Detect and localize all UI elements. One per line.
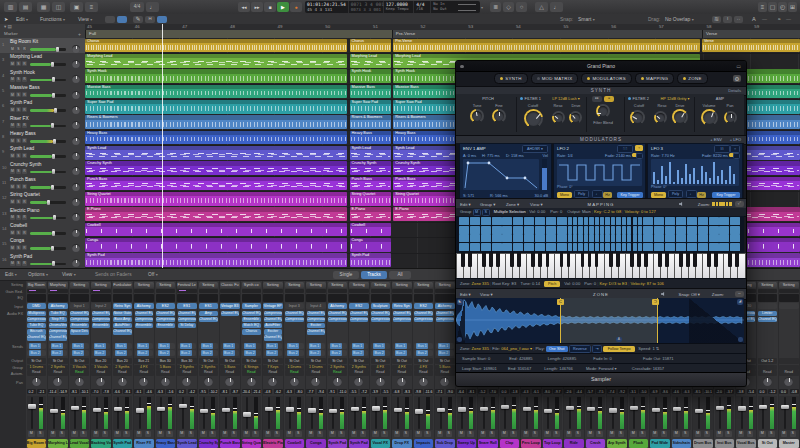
region[interactable]: Risers & Boomers — [350, 115, 391, 129]
strip-name-label[interactable]: Cowbell — [285, 439, 305, 448]
follow-tempo-button[interactable]: Follow Tempo — [603, 346, 635, 352]
zone-cell[interactable] — [584, 217, 588, 225]
anchor-handle[interactable]: A — [616, 337, 622, 342]
add-marker-icon[interactable]: + — [78, 31, 81, 37]
lfo3-phase[interactable]: Phase: 0° — [651, 185, 667, 189]
zone-cell[interactable] — [578, 234, 582, 242]
mute-button[interactable]: M — [10, 46, 15, 51]
send-slot[interactable]: Bus 1 — [113, 343, 132, 349]
group-slot[interactable]: 4 FX — [392, 365, 412, 370]
strip-solo-button[interactable]: S — [295, 431, 302, 437]
fx-slot[interactable]: Compressor — [328, 317, 347, 323]
strip-solo-button[interactable]: S — [317, 431, 324, 437]
strip-mute-button[interactable]: M — [630, 431, 637, 437]
lfo3-beat-icon[interactable]: ♩ — [686, 190, 697, 198]
strip-name-label[interactable]: String Quartet — [242, 439, 262, 448]
lfo2-wave-icon[interactable]: ⎍⎍ — [617, 145, 633, 153]
zone-edit-menu[interactable]: Edit ▾ — [460, 292, 471, 297]
zone-cell[interactable] — [492, 217, 502, 225]
fader-cap[interactable] — [501, 405, 509, 409]
output-slot[interactable]: St Out — [242, 358, 262, 364]
strip-name-label[interactable]: Conga — [306, 439, 326, 448]
eq-thumbnail[interactable] — [134, 294, 154, 302]
mute-button[interactable]: M — [10, 123, 15, 128]
send-slot[interactable]: Bus 1 — [156, 343, 175, 349]
note-pads-icon[interactable]: ♩ — [146, 2, 159, 12]
output-slot[interactable]: Bus 20 — [91, 358, 111, 364]
fade-in-value[interactable]: Fade In: 0 — [593, 356, 611, 361]
fx-slot[interactable]: AutoFilter — [113, 323, 132, 329]
fx-slot[interactable]: Compressor — [436, 317, 455, 323]
zone-cell[interactable] — [459, 234, 469, 242]
lfo2-graph[interactable] — [557, 159, 642, 186]
group-slot[interactable]: 3 Vocals — [91, 365, 111, 370]
mixer-tab-all[interactable]: All — [389, 271, 411, 279]
region[interactable]: Cowbell — [85, 223, 347, 237]
record-button[interactable]: ● — [290, 2, 302, 12]
track-header[interactable]: 1Big Room KitMSR — [0, 38, 85, 54]
zone-waveform-editor[interactable]: C Ɔ ◣ ◢ A — [456, 298, 744, 343]
lfo2-beat-icon[interactable]: ♩ — [592, 190, 603, 198]
filter1-power-icon[interactable] — [520, 97, 523, 100]
group-slot[interactable]: 2 Synths — [199, 365, 219, 370]
input-slot[interactable]: Alchemy — [328, 303, 348, 310]
mixer-strip[interactable]: SettingSculptureChannel EQCompressorBus … — [370, 281, 391, 448]
zone-cell[interactable] — [513, 243, 523, 251]
zone-cell[interactable] — [535, 217, 545, 225]
sends-on-faders-value[interactable]: Off ▾ — [148, 272, 158, 277]
env-depth[interactable]: 30.0 dB — [535, 193, 548, 198]
fader-cap[interactable] — [394, 408, 402, 412]
fine-knob[interactable] — [492, 109, 506, 123]
strip-solo-button[interactable]: S — [446, 431, 453, 437]
zone-cell[interactable] — [470, 217, 480, 225]
fx-slot[interactable]: Amp — [199, 311, 218, 317]
strip-pan-knob[interactable] — [182, 377, 191, 386]
output-slot[interactable]: St Out — [220, 358, 240, 364]
input-slot[interactable]: Input 3 — [285, 303, 305, 310]
zone-snap-menu[interactable]: Snap: Off ▾ — [679, 292, 700, 297]
region[interactable]: Super Saw Pad — [350, 100, 391, 114]
fader-cap[interactable] — [372, 406, 380, 410]
piano-keyboard[interactable] — [456, 252, 744, 278]
mixer-icon[interactable]: ▣ — [70, 2, 83, 12]
env-vel-slider[interactable] — [542, 159, 547, 190]
automation-mode-button[interactable]: Read — [263, 370, 283, 376]
fx-slot[interactable]: Compressor — [350, 317, 369, 323]
strip-mute-button[interactable]: M — [652, 431, 659, 437]
pan-knob[interactable] — [72, 121, 80, 129]
zone-cell[interactable] — [698, 243, 708, 251]
zone-cell[interactable] — [524, 234, 534, 242]
strip-solo-button[interactable]: S — [274, 431, 281, 437]
zone-cell[interactable] — [654, 234, 664, 242]
zone-cell[interactable] — [600, 234, 604, 242]
filter2-type-menu[interactable]: HP 12dB Gritty ▾ — [656, 96, 694, 101]
solo-button[interactable]: S — [16, 245, 21, 250]
strip-pan-knob[interactable] — [32, 377, 41, 386]
send-slot[interactable]: Bus 1 — [92, 343, 111, 349]
zone-cell[interactable] — [627, 243, 631, 251]
custom-display-icon[interactable]: ≣ — [490, 2, 501, 12]
record-enable-button[interactable]: R — [22, 153, 27, 158]
strip-name-label[interactable]: Synth Pad — [328, 439, 348, 448]
output-slot[interactable]: Bus 30 — [177, 358, 197, 364]
black-key[interactable] — [630, 253, 634, 267]
fx-slot[interactable]: Channel EQ — [414, 311, 433, 317]
flex-icon[interactable]: ⇥ — [592, 345, 602, 353]
send-slot[interactable]: Bus 2 — [414, 350, 433, 356]
output-slot[interactable]: St Out — [306, 358, 326, 364]
group-slot[interactable]: 5 Bass — [220, 365, 240, 370]
mapping-view-menu[interactable]: View ▾ — [530, 202, 543, 207]
fader-cap[interactable] — [136, 408, 144, 412]
output-slot[interactable]: Bus 30 — [156, 358, 176, 364]
black-key[interactable] — [510, 253, 514, 267]
strip-solo-button[interactable]: S — [338, 431, 345, 437]
pan-knob[interactable] — [72, 75, 80, 83]
fx-slot[interactable]: Compressor — [135, 317, 154, 323]
sampler-plugin-window[interactable]: Grand Piano ▭ SYNTHMOD MATRIXMODULATORSM… — [455, 60, 747, 387]
zone-cell[interactable] — [568, 217, 572, 225]
zone-cell[interactable] — [719, 217, 729, 225]
send-slot[interactable]: Bus 2 — [199, 350, 218, 356]
mixer-strip[interactable]: Festival LeES1Channel EQCompressorSt Del… — [177, 281, 198, 448]
pan-knob[interactable] — [72, 244, 80, 252]
mixer-strip[interactable]: SettingInput 2Channel EQCompressorEnsemb… — [91, 281, 112, 448]
